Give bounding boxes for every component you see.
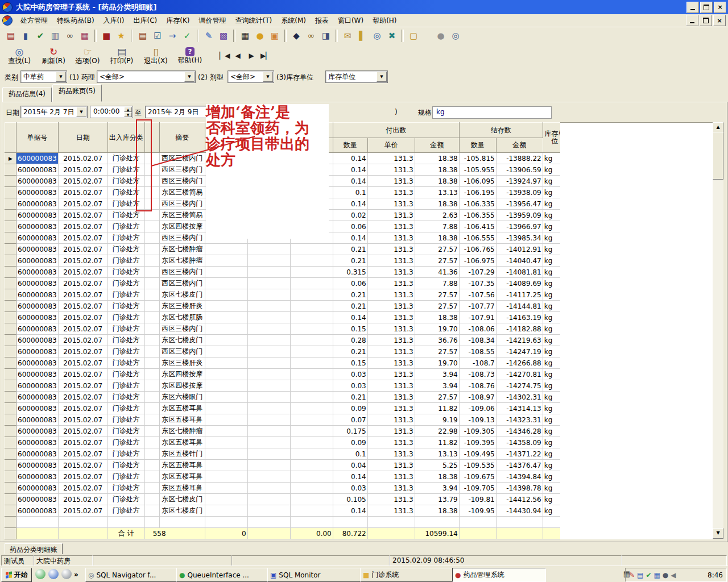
type-cell[interactable]: 门诊处方 <box>107 346 144 357</box>
date-cell[interactable]: 2015.02.07 <box>58 483 107 494</box>
to-date-picker[interactable]: 2015年 2月 9日 <box>145 106 211 118</box>
bal-qty-cell[interactable]: -108.06 <box>459 323 496 335</box>
time-spinner[interactable]: 0:00:00 ▲▼ <box>90 106 133 118</box>
out-amount-cell[interactable]: 27.57 <box>415 289 459 301</box>
out-price-cell[interactable]: 131.3 <box>367 232 415 244</box>
scrollbar-thumb[interactable] <box>713 132 723 180</box>
summary-cell[interactable]: 东区五楼针门 <box>159 448 205 460</box>
scroll-down-icon[interactable]: ▼ <box>713 528 723 539</box>
out-amount-cell[interactable]: 27.57 <box>415 244 459 255</box>
out-price-cell[interactable]: 131.3 <box>367 153 415 164</box>
in-amount-cell[interactable] <box>290 380 333 392</box>
bal-qty-cell[interactable]: -108.7 <box>459 357 496 369</box>
bal-amount-cell[interactable]: -13956.47 <box>496 198 543 210</box>
binoculars-icon[interactable]: ∞ <box>63 29 77 43</box>
summary-cell[interactable]: 东区六楼眼门 <box>159 392 205 403</box>
date-cell[interactable]: 2015.02.07 <box>58 471 107 483</box>
out-amount-cell[interactable]: 18.38 <box>415 232 459 244</box>
date-cell[interactable]: 2015.02.07 <box>58 210 107 221</box>
summary-cell[interactable]: 东区七楼肛肠 <box>159 312 205 323</box>
bal-amount-cell[interactable]: -14412.56 <box>496 494 543 505</box>
summary-cell[interactable]: 东区七楼肿瘤 <box>159 244 205 255</box>
in-price-cell[interactable] <box>247 289 290 301</box>
summary-cell[interactable]: 东区三楼简易 <box>159 210 205 221</box>
out-qty-cell[interactable]: 0.21 <box>333 346 367 357</box>
note-cell[interactable] <box>144 232 159 244</box>
out-qty-cell[interactable]: 0.14 <box>333 471 367 483</box>
chevron-down-icon[interactable]: ▼ <box>76 107 86 117</box>
in-qty-cell[interactable] <box>205 369 247 380</box>
menu-item[interactable]: 报表 <box>311 15 333 27</box>
tab-drug-ledger[interactable]: 药品账页(5) <box>52 84 102 102</box>
out-amount-cell[interactable]: 18.38 <box>415 176 459 187</box>
out-price-cell[interactable]: 131.3 <box>367 267 415 278</box>
out-qty-cell[interactable]: 0.14 <box>333 164 367 176</box>
note-cell[interactable] <box>144 267 159 278</box>
out-qty-cell[interactable]: 0.03 <box>333 369 367 380</box>
bal-qty-cell[interactable]: -109.675 <box>459 471 496 483</box>
bal-qty-cell[interactable]: -106.095 <box>459 176 496 187</box>
child-close-button[interactable]: × <box>713 15 726 26</box>
type-cell[interactable]: 门诊处方 <box>107 437 144 448</box>
bal-qty-cell[interactable]: -106.335 <box>459 198 496 210</box>
type-cell[interactable]: 门诊处方 <box>107 448 144 460</box>
out-price-cell[interactable]: 131.3 <box>367 369 415 380</box>
in-amount-cell[interactable] <box>290 426 333 437</box>
receipt-cell[interactable]: 600000083 <box>16 426 59 437</box>
spin-down-icon[interactable]: ▼ <box>124 112 132 117</box>
type-cell[interactable]: 门诊处方 <box>107 278 144 289</box>
bal-amount-header[interactable]: 金额 <box>496 138 543 153</box>
out-price-cell[interactable]: 131.3 <box>367 437 415 448</box>
note-cell[interactable] <box>144 289 159 301</box>
sphere-tray-icon[interactable]: ● <box>663 572 668 579</box>
in-amount-cell[interactable] <box>290 323 333 335</box>
date-cell[interactable]: 2015.02.07 <box>58 505 107 517</box>
bal-qty-cell[interactable]: -106.415 <box>459 221 496 232</box>
summary-cell[interactable]: 东区五楼耳鼻 <box>159 414 205 426</box>
table-row[interactable]: 6000000832015.02.07门诊处方东区七楼皮门0.28131.336… <box>5 335 567 346</box>
type-cell[interactable]: 门诊处方 <box>107 301 144 312</box>
edit-sheet-icon[interactable]: ✎ <box>201 29 216 43</box>
receipt-cell[interactable]: 600000083 <box>16 460 59 471</box>
in-price-cell[interactable] <box>247 392 290 403</box>
bal-qty-cell[interactable]: -109.81 <box>459 494 496 505</box>
in-qty-cell[interactable] <box>205 289 247 301</box>
date-cell[interactable]: 2015.02.07 <box>58 164 107 176</box>
note-cell[interactable] <box>144 323 159 335</box>
note-cell[interactable] <box>144 494 159 505</box>
out-price-cell[interactable]: 131.3 <box>367 448 415 460</box>
out-price-cell[interactable]: 131.3 <box>367 460 415 471</box>
type-cell[interactable]: 门诊处方 <box>107 505 144 517</box>
category-select[interactable]: 中草药▼ <box>20 70 67 83</box>
bal-qty-cell[interactable]: -109.535 <box>459 460 496 471</box>
receipt-cell[interactable]: 600000083 <box>16 414 59 426</box>
bal-amount-cell[interactable]: -13906.59 <box>496 164 543 176</box>
in-amount-cell[interactable] <box>290 312 333 323</box>
type-cell[interactable]: 门诊处方 <box>107 210 144 221</box>
out-price-cell[interactable]: 131.3 <box>367 471 415 483</box>
type-cell[interactable]: 门诊处方 <box>107 176 144 187</box>
receipt-cell[interactable]: 600000083 <box>16 153 59 164</box>
in-price-cell[interactable] <box>247 471 290 483</box>
next-record-button[interactable]: ▶ <box>247 52 256 60</box>
date-cell[interactable]: 2015.02.07 <box>58 448 107 460</box>
in-qty-cell[interactable] <box>205 357 247 369</box>
in-qty-cell[interactable] <box>205 414 247 426</box>
in-price-cell[interactable] <box>247 403 290 414</box>
out-price-header[interactable]: 单价 <box>367 138 415 153</box>
type-cell[interactable]: 门诊处方 <box>107 221 144 232</box>
receipt-cell[interactable]: 600000083 <box>16 255 59 267</box>
receipt-cell[interactable]: 600000083 <box>16 267 59 278</box>
from-date-picker[interactable]: 2015年 2月 7日▼ <box>20 106 88 118</box>
out-amount-cell[interactable]: 27.57 <box>415 392 459 403</box>
menu-item[interactable]: 系统(M) <box>276 15 311 27</box>
bal-amount-cell[interactable]: -14040.47 <box>496 255 543 267</box>
quick-launch-desktop-icon[interactable] <box>48 569 59 579</box>
summary-cell[interactable]: 东区七楼皮门 <box>159 335 205 346</box>
out-amount-cell[interactable]: 22.98 <box>415 426 459 437</box>
date-cell[interactable]: 2015.02.07 <box>58 437 107 448</box>
帮助-button[interactable]: ?帮助(H) <box>174 45 206 66</box>
type-header[interactable]: 出入库分类 <box>107 123 144 153</box>
in-price-cell[interactable] <box>247 278 290 289</box>
out-price-cell[interactable]: 131.3 <box>367 301 415 312</box>
